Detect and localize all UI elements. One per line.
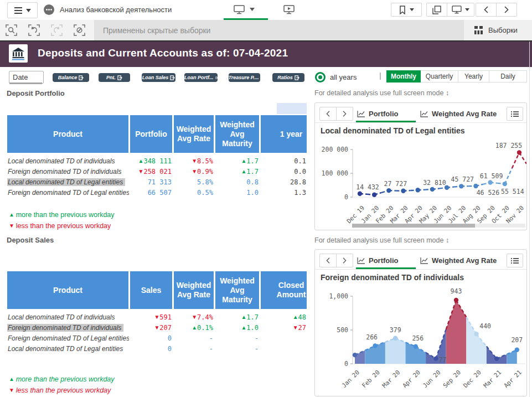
svg-text:27 727: 27 727: [384, 180, 407, 188]
svg-text:Mar 20: Mar 20: [381, 369, 401, 389]
active-tab-underline: [356, 267, 416, 269]
nav-button-label: Loan Portf...: [184, 75, 214, 80]
nav-button-pnl[interactable]: PnL: [99, 73, 130, 82]
list-icon: [511, 257, 519, 264]
nav-button-treasure-p-[interactable]: Treasure P....: [229, 73, 260, 82]
line-chart-icon: [420, 110, 428, 117]
next-chart-button[interactable]: [336, 107, 353, 120]
clear-selections-button[interactable]: [68, 20, 91, 40]
line-chart[interactable]: 0100 000200 00014 43227 72732 81045 7274…: [315, 136, 526, 230]
product-cell[interactable]: Foreign denominated TD of individuals: [7, 324, 129, 332]
value-cell: 0.8: [216, 178, 260, 186]
nav-button-balance[interactable]: Balance: [53, 73, 89, 82]
chevron-down-icon: [465, 8, 469, 11]
column-header[interactable]: Closed Amount: [261, 271, 307, 309]
duplicate-sheet-button[interactable]: [427, 3, 447, 16]
storytelling-icon[interactable]: [283, 5, 295, 14]
column-header[interactable]: Weighted Avg Rate: [174, 115, 214, 153]
svg-text:200 000: 200 000: [322, 146, 349, 153]
chevron-left-icon: [484, 6, 488, 13]
table-row: Foreign denominated TD of Legal entities…: [7, 333, 307, 343]
column-header[interactable]: Weighted Avg Maturity: [215, 271, 259, 309]
sheets-list-button[interactable]: [447, 3, 474, 16]
prev-sheet-button[interactable]: [476, 3, 496, 16]
column-header[interactable]: Sales: [130, 271, 172, 309]
svg-text:1,000: 1,000: [329, 292, 348, 300]
product-cell[interactable]: Local denominated TD of individuals: [7, 157, 129, 165]
divider: [380, 73, 381, 80]
product-cell[interactable]: Local denominated TD of Legal entities: [7, 345, 129, 353]
step-forward-button[interactable]: [45, 20, 68, 40]
smart-search-button[interactable]: [0, 20, 23, 40]
period-tab-daily[interactable]: Daily: [489, 70, 527, 83]
bookmark-icon: [399, 6, 406, 14]
bookmarks-button[interactable]: [391, 3, 422, 17]
svg-text:45 727: 45 727: [451, 176, 474, 183]
global-menu-button[interactable]: [7, 2, 38, 18]
svg-text:55 514: 55 514: [501, 188, 524, 195]
app-title: Анализ банковской деятельности: [60, 6, 172, 14]
column-header[interactable]: Product: [7, 271, 128, 309]
next-sheet-button[interactable]: [496, 3, 516, 16]
sales-chart-panel: PortfolioWeighted Avg RateForeign denomi…: [314, 249, 527, 396]
svg-text:266: 266: [366, 333, 378, 341]
product-cell[interactable]: Local denominated TD of individuals: [7, 313, 129, 321]
svg-text:256: 256: [412, 334, 423, 342]
value-cell: 0: [131, 345, 173, 353]
nav-button-loan-sales[interactable]: Loan Sales: [142, 73, 175, 82]
value-cell: 1.0: [216, 189, 260, 197]
clear-icon: [77, 28, 82, 33]
prev-chart-button[interactable]: [320, 107, 336, 120]
page-scrollbar[interactable]: [529, 42, 530, 397]
column-header[interactable]: 1 year: [261, 115, 307, 153]
svg-text:0: 0: [344, 360, 348, 368]
sheet-icon: [452, 6, 462, 14]
product-cell[interactable]: Local denominated TD of Legal entities: [7, 178, 129, 186]
next-chart-button[interactable]: [336, 254, 353, 267]
step-back-button[interactable]: [23, 20, 45, 40]
value-cell: 0.0: [261, 168, 307, 176]
fullscreen-hint: For detailed analysis use full screen mo…: [314, 89, 449, 97]
chart-hscrollbar[interactable]: [352, 224, 525, 228]
nav-button-ratios[interactable]: Ratios: [272, 73, 304, 82]
svg-text:Dec 20: Dec 20: [462, 369, 482, 389]
svg-text:Sep 20: Sep 20: [442, 369, 462, 389]
product-name: Foreign denominated TD of individuals: [8, 168, 121, 176]
nav-button-loan-portf-[interactable]: Loan Portf...: [184, 73, 218, 82]
sheet-title: Deposits and Current Accounts as of: 07-…: [38, 47, 288, 59]
value-cell: 5.8%: [174, 178, 214, 186]
value-cell: ▼0.9%: [174, 168, 214, 176]
selections-bar: Применены скрытые выборки: [94, 20, 464, 40]
chart-menu-button[interactable]: [507, 254, 523, 267]
svg-text:77: 77: [438, 356, 446, 364]
chart-tab-portfolio[interactable]: Portfolio: [357, 107, 398, 121]
chart-hscrollbar-thumb[interactable]: [352, 224, 475, 228]
chevron-right-icon: [343, 111, 347, 117]
column-highlight: [277, 103, 307, 114]
area-chart[interactable]: 05001,00026637925677943440207Jan 20Feb 2…: [315, 287, 526, 396]
date-filter[interactable]: Date: [9, 71, 44, 84]
sheet-view-switch[interactable]: [224, 0, 268, 20]
container-nav: [319, 254, 353, 267]
portfolio-heading: Deposit Portfolio: [7, 89, 65, 97]
product-cell[interactable]: Foreign denominated TD of Legal entities: [7, 189, 129, 197]
value-cell: ▼207: [131, 324, 173, 332]
chart-menu-button[interactable]: [507, 107, 523, 121]
product-cell[interactable]: Foreign denominated TD of individuals: [7, 168, 129, 176]
period-tab-monthly[interactable]: Monthly: [386, 70, 421, 83]
deposit-sales-table: ProductSalesWeighted Avg RateWeighted Av…: [7, 271, 307, 354]
period-tab-yearly[interactable]: Yearly: [458, 70, 489, 83]
all-years-label: all years: [330, 73, 357, 81]
column-header[interactable]: Weighted Avg Maturity: [215, 115, 259, 153]
column-header[interactable]: Portfolio: [130, 115, 172, 153]
selections-tool-button[interactable]: Выборки: [464, 20, 532, 40]
prev-chart-button[interactable]: [320, 254, 336, 267]
column-header[interactable]: Product: [7, 115, 128, 153]
chart-tab-weighted-avg-rate[interactable]: Weighted Avg Rate: [420, 107, 497, 121]
product-cell[interactable]: Foreign denominated TD of Legal entities: [7, 334, 129, 342]
selections-applied-text: Применены скрытые выборки: [103, 26, 210, 35]
column-header[interactable]: Weighted Avg Rate: [174, 271, 214, 309]
period-tab-quarterly[interactable]: Quarterly: [421, 70, 458, 83]
chart-tab-portfolio[interactable]: Portfolio: [357, 254, 398, 267]
chart-tab-weighted-avg-rate[interactable]: Weighted Avg Rate: [420, 254, 497, 267]
